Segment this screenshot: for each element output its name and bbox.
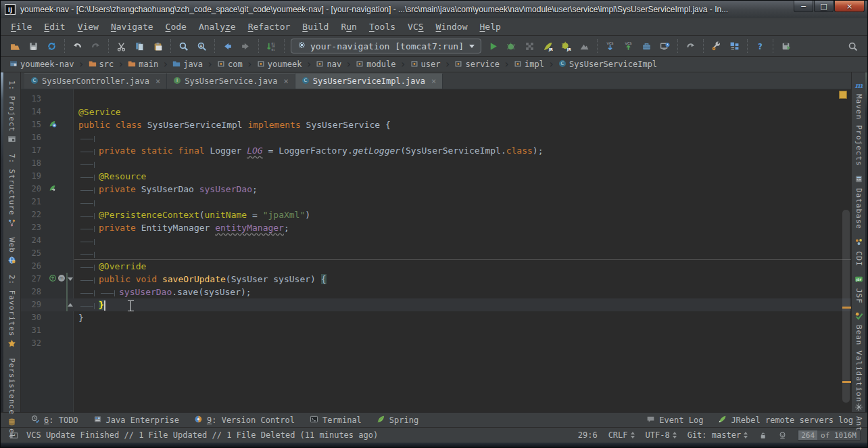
vcs-up-button[interactable]: VCS — [619, 38, 637, 54]
line-number[interactable]: 21 — [21, 196, 48, 208]
tab-sysuserservice-java[interactable]: ISysUserService.java× — [167, 73, 295, 89]
debug-button[interactable] — [502, 38, 521, 54]
line-number[interactable]: 32 — [21, 337, 48, 350]
tool-window-button-terminal[interactable]: Terminal — [302, 415, 369, 426]
fold-marker[interactable] — [66, 298, 74, 311]
breadcrumb-service[interactable]: service — [451, 60, 503, 70]
line-number[interactable]: 16 — [21, 131, 48, 144]
code-line[interactable]: 26@Override — [21, 260, 851, 273]
tool-stripe-jsf[interactable]: JSFJSF — [854, 275, 863, 304]
tool-stripe-ant[interactable]: Ant — [854, 403, 863, 432]
override-up-icon[interactable] — [49, 273, 57, 286]
caret-position[interactable]: 29:6 — [578, 430, 598, 440]
line-ending-selector[interactable]: CRLF — [608, 430, 635, 440]
code-line[interactable]: 14@Service — [21, 106, 851, 118]
title-bar[interactable]: IJ youmeek-nav - [C:\Users\zhangchaohuan… — [1, 1, 867, 18]
tab-sysuserserviceimpl-java[interactable]: CSysUserServiceImpl.java× — [295, 73, 443, 89]
tool-window-button-event-log[interactable]: Event Log — [639, 415, 710, 426]
redo-button[interactable] — [87, 38, 105, 54]
vcs-down-button[interactable]: VCS — [601, 38, 619, 54]
menu-analyze[interactable]: Analyze — [193, 20, 242, 33]
jrebel-m-icon[interactable]: m — [57, 273, 66, 286]
undo-button[interactable] — [68, 38, 87, 54]
breadcrumb-main[interactable]: main — [124, 60, 162, 70]
code-line[interactable]: 15public class SysUserServiceImpl implem… — [21, 118, 851, 131]
code-line[interactable]: 20private SysUserDao sysUserDao; — [21, 183, 851, 196]
spring-autowired-icon[interactable] — [49, 183, 57, 196]
tool-window-button-spring[interactable]: Spring — [369, 415, 426, 426]
breadcrumb-youmeek-nav[interactable]: youmeek-nav — [6, 60, 77, 70]
menu-help[interactable]: Help — [474, 20, 507, 33]
line-number[interactable]: 29 — [21, 298, 48, 311]
menu-view[interactable]: View — [72, 20, 105, 33]
breadcrumb-nav[interactable]: nav — [312, 60, 345, 70]
tool-stripe-cdi[interactable]: CDI — [854, 238, 863, 267]
tool-window-button-jrebel-remote-servers-log[interactable]: JRebel remote servers log — [710, 415, 861, 426]
tool-window-button-6-todo[interactable]: 6: TODO — [24, 415, 86, 426]
breadcrumb-src[interactable]: src — [85, 60, 118, 70]
code-line[interactable]: 21 — [21, 196, 851, 208]
code-line[interactable]: 24 — [21, 234, 851, 247]
paste-button[interactable] — [149, 38, 167, 54]
back-button[interactable] — [218, 38, 237, 54]
tool-stripe-maven-projects[interactable]: mMaven Projects — [854, 81, 863, 166]
jrrun-button[interactable]: JR — [539, 38, 557, 54]
code-line[interactable]: 23private EntityManager entityManager; — [21, 221, 851, 234]
code-line[interactable]: 18 — [21, 157, 851, 170]
line-number[interactable]: 25 — [21, 247, 48, 260]
tool-stripe-web[interactable]: Web — [7, 238, 16, 267]
menu-refactor[interactable]: Refactor — [242, 20, 297, 33]
spring-bean-icon[interactable] — [49, 118, 57, 131]
git-branch-selector[interactable]: Git: master — [688, 430, 748, 440]
line-number[interactable]: 26 — [21, 260, 48, 273]
code-line[interactable]: 30} — [21, 311, 851, 324]
tool-window-button-java-enterprise[interactable]: Java Enterprise — [86, 415, 187, 426]
code-line[interactable]: 27mpublic void saveOrUpdate(SysUser sysU… — [21, 273, 851, 286]
line-number[interactable]: 28 — [21, 286, 48, 298]
briefcase-button[interactable] — [637, 38, 656, 54]
breadcrumb-java[interactable]: java — [169, 60, 206, 70]
code-line[interactable]: 22@PersistenceContext(unitName = "jpaXml… — [21, 208, 851, 221]
help-button[interactable]: ? — [751, 38, 769, 54]
structure-button[interactable] — [725, 38, 744, 54]
sortlines-button[interactable]: 011001 — [262, 38, 281, 54]
status-message[interactable]: VCS Update Finished // 1 File Updated //… — [26, 430, 378, 440]
menu-run[interactable]: Run — [335, 20, 362, 33]
tool-stripe-persistence[interactable]: Persistence — [7, 358, 16, 428]
file-warning-indicator[interactable] — [839, 91, 847, 99]
menu-build[interactable]: Build — [296, 20, 335, 33]
close-icon[interactable]: × — [283, 77, 288, 85]
close-button[interactable]: × — [834, 1, 865, 12]
line-number[interactable]: 14 — [21, 106, 48, 118]
tool-stripe-7-structure[interactable]: 7: Structure — [7, 154, 16, 229]
cut-button[interactable] — [112, 38, 130, 54]
monitor-clock-button[interactable] — [656, 38, 674, 54]
close-icon[interactable]: × — [431, 77, 436, 85]
tool-window-button-9-version-control[interactable]: 9: Version Control — [187, 415, 302, 426]
code-line[interactable]: 31 — [21, 324, 851, 337]
code-editor[interactable]: 1314@Service15public class SysUserServic… — [21, 89, 851, 412]
code-line[interactable]: 16 — [21, 131, 851, 144]
sync-button[interactable] — [43, 38, 61, 54]
line-number[interactable]: 13 — [21, 93, 48, 106]
line-number[interactable]: 17 — [21, 144, 48, 157]
tab-sysusercontroller-java[interactable]: CSysUserController.java× — [24, 73, 167, 89]
rollback-button[interactable] — [681, 38, 700, 54]
search-everywhere-button[interactable] — [844, 38, 862, 54]
lock-icon[interactable] — [758, 431, 767, 440]
menu-navigate[interactable]: Navigate — [105, 20, 160, 33]
save-all-button[interactable] — [24, 38, 43, 54]
warning-stripe-mark[interactable] — [842, 307, 851, 309]
tool-stripe-database[interactable]: Database — [854, 175, 863, 229]
warning-stripe-mark[interactable] — [842, 381, 851, 383]
minimize-button[interactable]: ─ — [794, 1, 813, 12]
wrench-button[interactable] — [707, 38, 725, 54]
close-icon[interactable]: × — [155, 77, 160, 85]
forward-button[interactable] — [237, 38, 255, 54]
tool-stripe-2-favorites[interactable]: 2: Favorites — [7, 275, 16, 350]
replace-button[interactable]: A — [193, 38, 211, 54]
coverage-button[interactable] — [521, 38, 539, 54]
run-configuration-select[interactable]: your-navigation [tomcat7:run] — [291, 39, 481, 53]
maximize-button[interactable]: □ — [814, 1, 834, 12]
menu-window[interactable]: Window — [430, 20, 474, 33]
